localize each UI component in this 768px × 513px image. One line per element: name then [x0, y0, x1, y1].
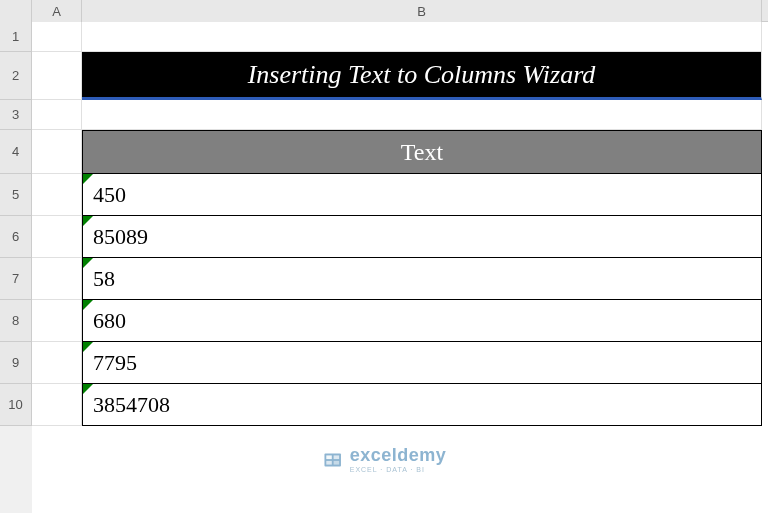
svg-rect-2	[334, 455, 340, 459]
row-header-6[interactable]: 6	[0, 216, 32, 258]
error-indicator-icon	[83, 300, 93, 310]
title-cell[interactable]: Inserting Text to Columns Wizard	[82, 52, 762, 100]
row-header-1[interactable]: 1	[0, 22, 32, 52]
row-header-10[interactable]: 10	[0, 384, 32, 426]
cell-A2[interactable]	[32, 52, 82, 100]
cell-A10[interactable]	[32, 384, 82, 426]
col-header-A[interactable]: A	[32, 0, 82, 22]
row-header-7[interactable]: 7	[0, 258, 32, 300]
watermark-brand: exceldemy	[350, 446, 447, 464]
data-cell[interactable]: 3854708	[82, 384, 762, 426]
cell-A5[interactable]	[32, 174, 82, 216]
cell-A4[interactable]	[32, 130, 82, 174]
cell-B1[interactable]	[82, 22, 762, 52]
cell-value: 450	[93, 182, 126, 208]
spreadsheet: A B 1 2 3 4 5 6 7 8 9 10 Inserting Text …	[0, 0, 768, 513]
row-header-3[interactable]: 3	[0, 100, 32, 130]
row-headers: 1 2 3 4 5 6 7 8 9 10	[0, 22, 32, 426]
row-header-2[interactable]: 2	[0, 52, 32, 100]
data-cell[interactable]: 58	[82, 258, 762, 300]
error-indicator-icon	[83, 174, 93, 184]
grid-area: Inserting Text to Columns Wizard Text 45…	[32, 22, 768, 513]
cell-A6[interactable]	[32, 216, 82, 258]
col-header-B[interactable]: B	[82, 0, 762, 22]
cell-A7[interactable]	[32, 258, 82, 300]
cell-value: 3854708	[93, 392, 170, 418]
svg-rect-1	[326, 455, 332, 459]
row-header-4[interactable]: 4	[0, 130, 32, 174]
error-indicator-icon	[83, 216, 93, 226]
row-header-9[interactable]: 9	[0, 342, 32, 384]
cell-A9[interactable]	[32, 342, 82, 384]
svg-rect-3	[326, 460, 332, 464]
cell-B3[interactable]	[82, 100, 762, 130]
cell-A1[interactable]	[32, 22, 82, 52]
error-indicator-icon	[83, 384, 93, 394]
cell-value: 85089	[93, 224, 148, 250]
row-header-8[interactable]: 8	[0, 300, 32, 342]
watermark-sub: EXCEL · DATA · BI	[350, 466, 447, 473]
cell-A3[interactable]	[32, 100, 82, 130]
svg-rect-4	[334, 460, 340, 464]
data-cell[interactable]: 85089	[82, 216, 762, 258]
row-header-5[interactable]: 5	[0, 174, 32, 216]
select-all-corner[interactable]	[0, 0, 32, 22]
data-cell[interactable]: 7795	[82, 342, 762, 384]
exceldemy-logo-icon	[322, 449, 344, 471]
table-header[interactable]: Text	[82, 130, 762, 174]
watermark-text: exceldemy EXCEL · DATA · BI	[350, 446, 447, 473]
error-indicator-icon	[83, 258, 93, 268]
cell-value: 58	[93, 266, 115, 292]
error-indicator-icon	[83, 342, 93, 352]
data-cell[interactable]: 450	[82, 174, 762, 216]
cell-value: 7795	[93, 350, 137, 376]
data-cell[interactable]: 680	[82, 300, 762, 342]
cell-A8[interactable]	[32, 300, 82, 342]
cell-value: 680	[93, 308, 126, 334]
watermark: exceldemy EXCEL · DATA · BI	[322, 446, 447, 473]
column-headers: A B	[0, 0, 768, 22]
